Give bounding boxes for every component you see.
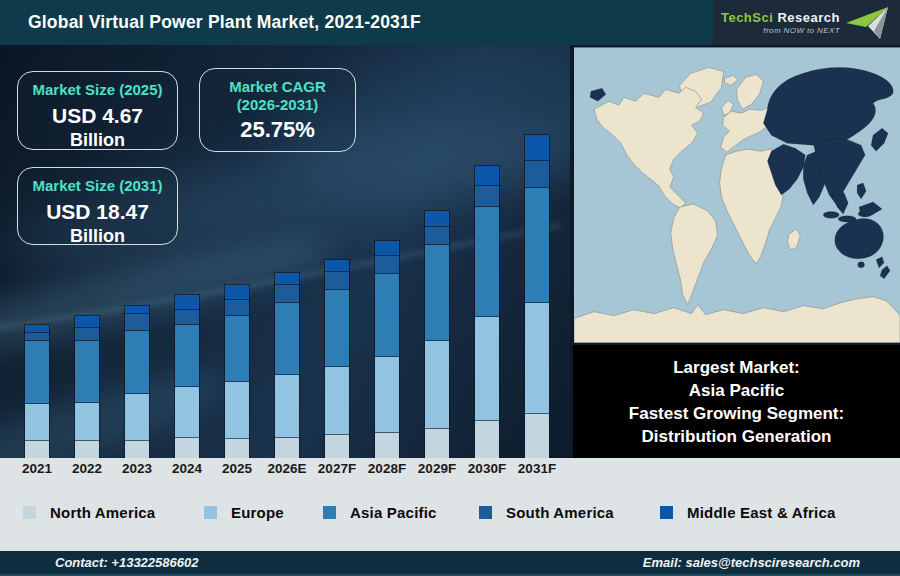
- legend-item-middle-east-africa: Middle East & Africa: [660, 504, 835, 521]
- bar-segment: [375, 274, 399, 357]
- info-box-title: Market Size (2031): [18, 177, 177, 195]
- legend-swatch: [204, 506, 217, 519]
- bar-segment: [175, 295, 199, 310]
- legend-swatch: [479, 506, 492, 519]
- info-box-unit: Billion: [18, 226, 177, 247]
- bar-segment: [375, 256, 399, 274]
- legend-swatch: [23, 506, 36, 519]
- x-axis-label: 2023: [122, 461, 152, 476]
- bar-segment: [275, 273, 299, 285]
- callout-line: Largest Market:: [673, 356, 800, 379]
- info-box-title: Market Size (2025): [18, 81, 177, 99]
- x-axis-label: 2025: [222, 461, 252, 476]
- bar-segment: [25, 441, 49, 458]
- info-box-market-size-2031: Market Size (2031) USD 18.47 Billion: [17, 167, 178, 245]
- x-axis-label: 2021: [22, 461, 52, 476]
- world-map-svg: [574, 47, 900, 343]
- bar-segment: [175, 310, 199, 325]
- bar-segment: [475, 186, 499, 207]
- bar-segment: [25, 333, 49, 341]
- bar-segment: [325, 260, 349, 272]
- bar-segment: [525, 161, 549, 188]
- info-box-market-cagr: Market CAGR (2026-2031) 25.75%: [199, 68, 356, 152]
- bar-segment: [25, 325, 49, 333]
- bar-2023: [125, 306, 149, 458]
- bar-segment: [525, 414, 549, 458]
- logo-arrow-icon: [846, 7, 890, 41]
- bar-2024: [175, 295, 199, 458]
- bar-segment: [325, 290, 349, 367]
- x-axis-label: 2028F: [368, 461, 406, 476]
- bar-segment: [225, 316, 249, 382]
- bar-segment: [275, 303, 299, 375]
- callout-line: Asia Pacific: [689, 379, 784, 402]
- legend-item-south-america: South America: [479, 504, 614, 521]
- infographic-canvas: Global Virtual Power Plant Market, 2021-…: [0, 0, 900, 576]
- bar-2026E: [275, 273, 299, 458]
- bar-segment: [75, 328, 99, 341]
- bar-segment: [525, 188, 549, 303]
- bar-segment: [425, 211, 449, 227]
- legend-item-north-america: North America: [23, 504, 155, 521]
- bar-segment: [375, 357, 399, 433]
- bar-segment: [25, 404, 49, 441]
- bar-segment: [475, 207, 499, 317]
- bar-segment: [225, 300, 249, 316]
- bar-segment: [125, 314, 149, 331]
- legend-label: Asia Pacific: [350, 504, 437, 521]
- info-box-value: USD 4.67: [18, 104, 177, 128]
- bar-segment: [425, 341, 449, 429]
- bar-segment: [75, 403, 99, 441]
- x-axis-label: 2026E: [267, 461, 306, 476]
- bar-segment: [425, 245, 449, 341]
- bar-segment: [325, 435, 349, 458]
- bar-segment: [75, 441, 99, 458]
- info-box-unit: Billion: [18, 130, 177, 151]
- legend-label: Middle East & Africa: [687, 504, 835, 521]
- bar-segment: [425, 227, 449, 245]
- info-box-value: USD 18.47: [18, 200, 177, 224]
- bar-2028F: [375, 241, 399, 458]
- axis-and-legend-strip: 202120222023202420252026E2027F2028F2029F…: [0, 458, 900, 551]
- bar-2022: [75, 316, 99, 458]
- bar-segment: [175, 387, 199, 438]
- logo-wordmark: TechSci Research: [721, 11, 840, 24]
- legend-item-europe: Europe: [204, 504, 284, 521]
- bar-2027F: [325, 260, 349, 458]
- logo-tagline: from NOW to NEXT: [721, 24, 840, 37]
- legend-label: South America: [506, 504, 614, 521]
- bar-2029F: [425, 211, 449, 458]
- bar-segment: [175, 325, 199, 387]
- bar-segment: [475, 317, 499, 421]
- chart-area: Market Size (2025) USD 4.67 Billion Mark…: [0, 45, 570, 458]
- bar-segment: [325, 367, 349, 435]
- footer-bar: Contact: +13322586602 Email: sales@techs…: [0, 551, 900, 576]
- x-axis-label: 2029F: [418, 461, 456, 476]
- x-axis-label: 2027F: [318, 461, 356, 476]
- bar-segment: [75, 316, 99, 328]
- bar-segment: [275, 438, 299, 458]
- bar-segment: [525, 303, 549, 414]
- x-axis-label: 2024: [172, 461, 202, 476]
- bar-segment: [475, 421, 499, 458]
- bar-segment: [75, 341, 99, 403]
- bar-segment: [25, 341, 49, 404]
- bar-segment: [525, 135, 549, 161]
- bar-segment: [375, 241, 399, 256]
- bar-segment: [225, 382, 249, 439]
- info-box-subtitle: (2026-2031): [200, 96, 355, 114]
- contact-text: Contact: +13322586602: [55, 551, 198, 574]
- callout-line: Distribution Generation: [642, 425, 832, 448]
- legend-label: North America: [50, 504, 155, 521]
- bar-segment: [275, 375, 299, 438]
- legend-swatch: [660, 506, 673, 519]
- bar-2021: [25, 325, 49, 458]
- bar-segment: [125, 306, 149, 314]
- callout-line: Fastest Growing Segment:: [629, 402, 844, 425]
- bar-segment: [125, 394, 149, 441]
- bar-segment: [175, 438, 199, 458]
- legend: North AmericaEuropeAsia PacificSouth Ame…: [0, 504, 900, 524]
- info-box-title: Market CAGR: [200, 78, 355, 96]
- legend-item-asia-pacific: Asia Pacific: [323, 504, 437, 521]
- bar-segment: [475, 166, 499, 186]
